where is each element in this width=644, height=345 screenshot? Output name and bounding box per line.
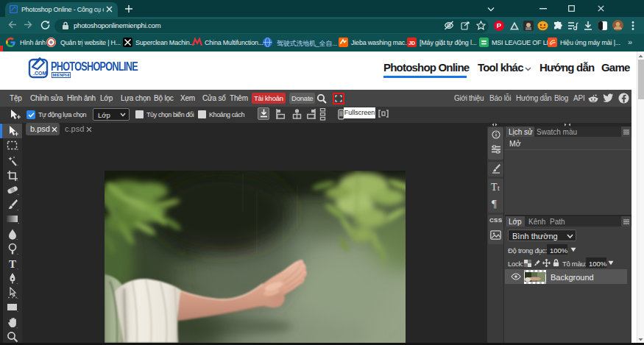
- svg-text:¶: ¶: [492, 198, 497, 210]
- svg-text:t: t: [498, 184, 500, 192]
- svg-text:JD: JD: [408, 40, 415, 46]
- svg-text:T: T: [491, 182, 498, 192]
- svg-text:T: T: [9, 258, 16, 270]
- svg-text:.COM: .COM: [33, 71, 46, 76]
- svg-text:P: P: [497, 21, 502, 29]
